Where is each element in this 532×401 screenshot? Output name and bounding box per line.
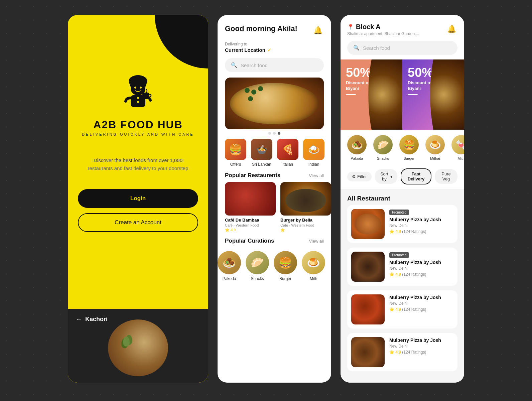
restaurant-card-4[interactable]: Mulberry Pizza by Josh New Delhi ⭐ 4.9 (… — [347, 333, 457, 371]
kachori-image — [108, 319, 168, 376]
biryani-image-2 — [430, 59, 464, 130]
onboarding-description: Discover the best foods from over 1,000 … — [78, 156, 198, 172]
current-location[interactable]: Current Location ✓ — [218, 46, 331, 58]
food-cat-extra[interactable]: 🍬 Mith — [451, 135, 464, 160]
snacks-circle: 🥟 — [246, 251, 269, 274]
popular-curations-header: Popular Curations View all — [218, 232, 331, 248]
category-indian[interactable]: Indian — [303, 139, 324, 167]
discount-card-salmon[interactable]: 50% Discount on Hydrabadi Biyani — [341, 59, 402, 130]
pakoda-circle: 🧆 — [218, 251, 241, 274]
burger-bella-image — [280, 182, 331, 216]
fc-snacks-img: 🥟 — [373, 135, 393, 154]
italian-thumb — [277, 139, 298, 160]
svg-point-7 — [137, 101, 139, 103]
search-icon: 🔍 — [231, 62, 237, 68]
restaurant-card-1-name: Mulberry Pizza by Josh — [389, 217, 453, 223]
curations-row: 🧆 Pakoda 🥟 Snacks 🍔 Burger 🍮 Mith — [218, 251, 331, 281]
discount-card-purple[interactable]: 50% Discount on Hydrabadi Biyani — [402, 59, 464, 130]
curation-mithai[interactable]: 🍮 Mith — [302, 251, 325, 281]
mithai-circle: 🍮 — [302, 251, 325, 274]
location-name: Block A — [356, 23, 381, 31]
popular-restaurants-view-all[interactable]: View all — [309, 173, 324, 178]
burger-bella-rating: ⭐ — [280, 228, 331, 232]
cafe-bambaa-type: Café · Western Food — [225, 223, 276, 227]
search-bar-2[interactable]: 🔍 Search food — [347, 41, 457, 55]
greeting-text: Good morning Akila! — [225, 24, 297, 33]
restaurant-card-1-location: New Delhi — [389, 223, 453, 228]
food-cat-mithai[interactable]: 🍮 Mithai — [425, 135, 445, 160]
fc-pakoda-img: 🧆 — [347, 135, 367, 154]
dot-1 — [268, 132, 271, 135]
fc-burger-img: 🍔 — [399, 135, 419, 154]
burger-bella-name: Burger by Bella — [280, 218, 331, 223]
restaurant-card-3-info: Mulberry Pizza by Josh New Delhi ⭐ 4.9 (… — [389, 294, 453, 312]
location-pin-icon: 📍 — [347, 24, 354, 30]
popular-restaurants-header: Popular Restaurents View all — [218, 167, 331, 182]
notification-bell-icon[interactable]: 🔔 — [312, 24, 324, 36]
food-categories-scroll: 🧆 Pakoda 🥟 Snacks 🍔 Burger 🍮 Mithai 🍬 Mi… — [341, 130, 464, 166]
restaurant-card-3[interactable]: Mulberry Pizza by Josh New Delhi ⭐ 4.9 (… — [347, 290, 457, 328]
curation-pakoda[interactable]: 🧆 Pakoda — [218, 251, 241, 281]
fc-snacks-label: Snacks — [377, 156, 389, 160]
category-srilankan[interactable]: Sri Lankan — [251, 139, 272, 167]
chevron-down-icon: ▾ — [390, 174, 393, 179]
dot-2 — [273, 132, 276, 135]
search-bar[interactable]: 🔍 Search food — [225, 58, 324, 72]
search-icon-2: 🔍 — [353, 45, 360, 51]
location-check-icon: ✓ — [267, 47, 271, 53]
biryani-image-1 — [368, 59, 402, 130]
fc-extra-label: Mith — [458, 156, 464, 160]
category-offers[interactable]: Offers — [225, 139, 246, 167]
curation-burger[interactable]: 🍔 Burger — [274, 251, 297, 281]
popular-restaurants-title: Popular Restaurents — [225, 172, 280, 179]
location-subtitle: Shalimar apartment, Shalimar Garden,... — [347, 31, 419, 36]
restaurant-list-panel: 📍 Block A Shalimar apartment, Shalimar G… — [341, 15, 464, 383]
restaurant-card-1[interactable]: Promoted Mulberry Pizza by Josh New Delh… — [347, 205, 457, 243]
chef-icon — [116, 69, 160, 112]
pure-veg-button[interactable]: Pure Veg — [435, 169, 457, 184]
sort-by-button[interactable]: Sort by ▾ — [375, 169, 397, 184]
italian-label: Italian — [282, 162, 293, 167]
svg-point-3 — [134, 87, 136, 89]
curation-snacks[interactable]: 🥟 Snacks — [246, 251, 269, 281]
food-cat-burger[interactable]: 🍔 Burger — [399, 135, 419, 160]
create-account-button[interactable]: Create an Account — [78, 213, 198, 232]
fc-mithai-img: 🍮 — [425, 135, 445, 154]
main-app-panel: Good morning Akila! 🔔 Delivering to Curr… — [218, 15, 331, 383]
popular-curations-view-all[interactable]: View all — [309, 239, 324, 244]
restaurant-card-4-location: New Delhi — [389, 344, 453, 349]
mithai-label: Mith — [310, 276, 317, 281]
location-info: 📍 Block A Shalimar apartment, Shalimar G… — [347, 23, 419, 36]
filter-icon: ⚙ — [352, 174, 356, 179]
fc-pakoda-label: Pakoda — [351, 156, 363, 160]
filter-button[interactable]: ⚙ Filter — [347, 172, 372, 181]
notification-bell-icon-2[interactable]: 🔔 — [445, 23, 457, 35]
restaurant-cafe-de-bambaa[interactable]: Café De Bambaa Café · Western Food ⭐ 4.9 — [225, 182, 276, 232]
back-arrow-icon[interactable]: ← — [76, 316, 82, 323]
restaurant-card-1-info: Promoted Mulberry Pizza by Josh New Delh… — [389, 209, 453, 234]
discount-banners: 50% Discount on Hydrabadi Biyani 50% Dis… — [341, 59, 464, 130]
burger-label: Burger — [279, 276, 291, 281]
categories-row: Offers Sri Lankan Italian Indian — [218, 139, 331, 167]
restaurant-card-4-info: Mulberry Pizza by Josh New Delhi ⭐ 4.9 (… — [389, 337, 453, 355]
burger-bella-type: Café · Western Food — [280, 223, 331, 227]
kachori-panel: ← Kachori — [68, 309, 208, 383]
food-cat-snacks[interactable]: 🥟 Snacks — [373, 135, 393, 160]
indian-thumb — [303, 139, 324, 160]
food-cat-pakoda[interactable]: 🧆 Pakoda — [347, 135, 367, 160]
restaurant-burger-bella[interactable]: Burger by Bella Café · Western Food ⭐ — [280, 182, 331, 232]
fast-delivery-button[interactable]: Fast Delivery — [401, 168, 431, 184]
cafe-bambaa-image — [225, 182, 276, 216]
restaurant-card-4-name: Mulberry Pizza by Josh — [389, 337, 453, 343]
restaurant-card-3-rating: ⭐ 4.9 (124 Ratings) — [389, 307, 453, 312]
promoted-badge-1: Promoted — [389, 210, 409, 215]
filter-row: ⚙ Filter Sort by ▾ Fast Delivery Pure Ve… — [341, 166, 464, 189]
restaurant-card-2[interactable]: Promoted Mulberry Pizza by Josh New Delh… — [347, 248, 457, 286]
overlay-description: Discover the best foods from your closes… — [78, 156, 198, 172]
popular-restaurants-row: Café De Bambaa Café · Western Food ⭐ 4.9… — [218, 182, 331, 232]
restaurant-card-4-image — [351, 337, 385, 367]
category-italian[interactable]: Italian — [277, 139, 298, 167]
login-button[interactable]: Login — [78, 189, 198, 208]
srilankan-thumb — [251, 139, 272, 160]
popular-curations-title: Popular Curations — [225, 238, 274, 244]
